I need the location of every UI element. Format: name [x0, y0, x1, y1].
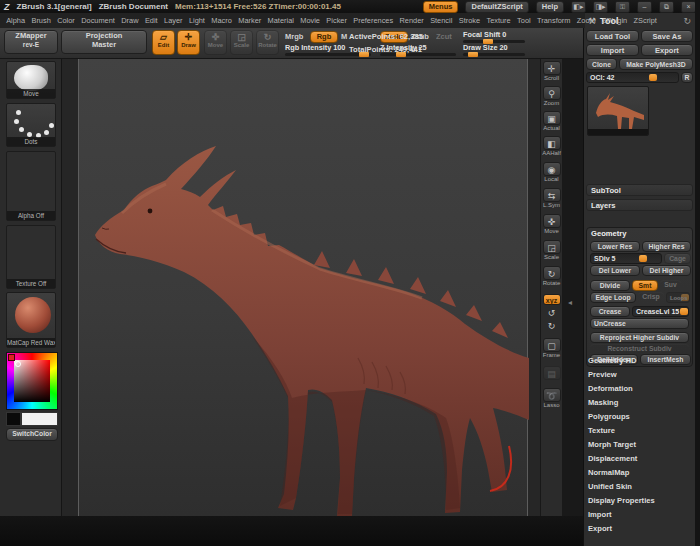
unified-skin-section[interactable]: Unified Skin — [588, 482, 632, 491]
deformation-section[interactable]: Deformation — [588, 384, 633, 393]
current-material-thumbnail[interactable]: MatCap Red Wax — [6, 292, 56, 348]
menu-texture[interactable]: Texture — [483, 16, 514, 25]
draw-mode-button[interactable]: ✛ Draw — [177, 30, 200, 55]
focal-shift-slider[interactable]: Focal Shift 0 — [463, 30, 525, 43]
projection-master-button[interactable]: Projection Master — [61, 30, 147, 54]
displacement-section[interactable]: Displacement — [588, 454, 637, 463]
make-polymesh3d-button[interactable]: Make PolyMesh3D — [619, 58, 693, 70]
menu-picker[interactable]: Picker — [323, 16, 350, 25]
frame-button[interactable]: ▢Frame — [542, 338, 561, 359]
rotate-mode-button[interactable]: ↻ Rotate — [256, 30, 279, 55]
polygroups-section[interactable]: Polygroups — [588, 412, 630, 421]
geometry-hd-section[interactable]: Geometry HD — [588, 356, 637, 365]
menu-color[interactable]: Color — [54, 16, 78, 25]
palette-config-icon[interactable]: ◧▸ — [571, 1, 586, 13]
display-properties-section[interactable]: Display Properties — [588, 496, 655, 505]
spin-right-button[interactable]: ↻ — [542, 321, 561, 332]
persp-button[interactable]: ▤ — [542, 366, 561, 380]
masking-section[interactable]: Masking — [588, 398, 618, 407]
minimize-button[interactable]: – — [637, 1, 652, 13]
crisp-toggle[interactable]: Crisp — [638, 292, 664, 303]
clone-button[interactable]: Clone — [586, 58, 617, 70]
help-button[interactable]: Help — [536, 1, 564, 13]
loops-slider[interactable]: Loops — [666, 292, 690, 303]
smt-toggle[interactable]: Smt — [632, 280, 658, 291]
menu-zplugin[interactable]: ZPlugin — [599, 16, 630, 25]
spin-left-button[interactable]: ↺ — [542, 308, 561, 319]
lasso-button[interactable]: ➰Lasso — [542, 388, 561, 409]
lower-res-button[interactable]: Lower Res — [590, 241, 640, 252]
menu-material[interactable]: Material — [264, 16, 297, 25]
menu-stencil[interactable]: Stencil — [427, 16, 456, 25]
actual-button[interactable]: ▣Actual — [542, 111, 561, 132]
menu-macro[interactable]: Macro — [208, 16, 235, 25]
menu-stroke[interactable]: Stroke — [456, 16, 484, 25]
texture-section[interactable]: Texture — [588, 426, 615, 435]
zcut-toggle[interactable]: Zcut — [436, 32, 452, 41]
close-button[interactable]: × — [681, 1, 696, 13]
lock-icon[interactable]: ⚿ — [615, 1, 630, 13]
tool-count-slider[interactable]: OCl: 42 — [586, 72, 679, 83]
menu-marker[interactable]: Marker — [235, 16, 264, 25]
menu-zscript[interactable]: ZScript — [630, 16, 660, 25]
geometry-section[interactable]: Geometry Lower Res Higher Res SDiv 5 Cag… — [586, 227, 693, 367]
crease-button[interactable]: Crease — [590, 306, 630, 317]
import-section[interactable]: Import — [588, 510, 612, 519]
restore-color-swatch[interactable] — [8, 354, 15, 361]
aahalf-button[interactable]: ◧AAHalf — [542, 136, 561, 157]
export-tool-button[interactable]: Export — [641, 44, 693, 56]
zoom-button[interactable]: ⚲Zoom — [542, 86, 561, 107]
menu-document[interactable]: Document — [78, 16, 118, 25]
local-button[interactable]: ◉Local — [542, 162, 561, 183]
edit-mode-button[interactable]: ▱ Edit — [152, 30, 175, 55]
insertmesh-button[interactable]: InsertMesh — [640, 354, 691, 365]
uncrease-button[interactable]: UnCrease — [590, 318, 689, 329]
brush-config-icon[interactable]: ◨▸ — [593, 1, 608, 13]
main-color-swatch[interactable] — [6, 412, 21, 426]
del-higher-button[interactable]: Del Higher — [642, 265, 691, 276]
menu-transform[interactable]: Transform — [534, 16, 574, 25]
move-view-button[interactable]: ✜Move — [542, 214, 561, 235]
mrgb-toggle[interactable]: Mrgb — [285, 32, 303, 41]
menus-toggle-button[interactable]: Menus — [423, 1, 459, 13]
canvas-viewport[interactable] — [62, 58, 540, 516]
default-zscript-button[interactable]: DefaultZScript — [465, 1, 528, 13]
current-alpha-thumbnail[interactable]: Alpha Off — [6, 151, 56, 221]
menu-movie[interactable]: Movie — [297, 16, 323, 25]
suv-toggle[interactable]: Suv — [660, 280, 681, 291]
menu-render[interactable]: Render — [396, 16, 427, 25]
load-tool-button[interactable]: Load Tool — [586, 30, 639, 42]
move-mode-button[interactable]: ✜ Move — [204, 30, 227, 55]
divide-button[interactable]: Divide — [590, 280, 630, 291]
normalmap-section[interactable]: NormalMap — [588, 468, 629, 477]
geometry-title[interactable]: Geometry — [591, 229, 626, 238]
tray-collapse-icon[interactable]: ◂ — [568, 298, 572, 307]
subtool-section[interactable]: SubTool — [586, 184, 693, 196]
layers-section[interactable]: Layers — [586, 199, 693, 211]
current-texture-thumbnail[interactable]: Texture Off — [6, 225, 56, 289]
restore-button[interactable]: ⧉ — [659, 1, 674, 13]
tray-divider[interactable]: ◂ — [562, 58, 583, 516]
draw-size-slider[interactable]: Draw Size 20 — [463, 43, 525, 56]
scroll-button[interactable]: ✛Scroll — [542, 61, 561, 82]
sculpt-model[interactable] — [62, 58, 540, 516]
xyz-button[interactable]: xyz — [542, 294, 561, 305]
lsym-button[interactable]: ⇆L.Sym — [542, 188, 561, 209]
current-brush-thumbnail[interactable]: Move — [6, 61, 56, 99]
edge-loop-button[interactable]: Edge Loop — [590, 292, 636, 303]
reproject-higher-subdiv-button[interactable]: Reproject Higher Subdiv — [590, 332, 689, 343]
menu-preferences[interactable]: Preferences — [350, 16, 396, 25]
color-picker[interactable] — [6, 352, 58, 410]
current-stroke-thumbnail[interactable]: Dots — [6, 103, 56, 147]
refresh-icon[interactable]: ↻ — [683, 16, 691, 26]
scale-view-button[interactable]: ◲Scale — [542, 240, 561, 261]
secondary-color-swatch[interactable] — [21, 412, 58, 426]
menu-layer[interactable]: Layer — [161, 16, 186, 25]
import-tool-button[interactable]: Import — [586, 44, 639, 56]
preview-section[interactable]: Preview — [588, 370, 617, 379]
m-toggle[interactable]: M — [341, 32, 347, 41]
menu-draw[interactable]: Draw — [118, 16, 142, 25]
save-as-button[interactable]: Save As — [641, 30, 693, 42]
del-lower-button[interactable]: Del Lower — [590, 265, 640, 276]
creaselvl-slider[interactable]: CreaseLvl 15 — [632, 306, 689, 317]
